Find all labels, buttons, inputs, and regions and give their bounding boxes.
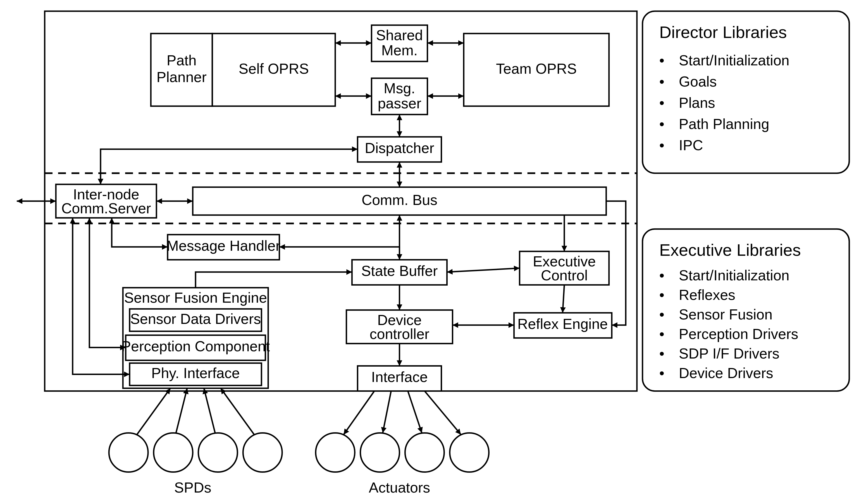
executive-item: Sensor Fusion: [679, 306, 773, 323]
executive-item: SDP I/F Drivers: [679, 345, 779, 362]
svg-text:Sensor Data Drivers: Sensor Data Drivers: [130, 311, 261, 327]
actuator-circle: [360, 433, 399, 472]
svg-line-53: [382, 391, 391, 433]
actuator-circle: [315, 433, 355, 472]
svg-text:Interface: Interface: [371, 369, 428, 385]
svg-text:Reflex Engine: Reflex Engine: [518, 316, 608, 332]
svg-line-52: [344, 391, 374, 435]
director-item: Goals: [679, 74, 717, 90]
spd-circle: [109, 433, 148, 472]
svg-text:Perception Component: Perception Component: [121, 338, 270, 354]
spd-circle: [198, 433, 237, 472]
svg-text:•: •: [659, 267, 664, 283]
svg-text:Comm. Bus: Comm. Bus: [362, 192, 437, 208]
svg-text:•: •: [659, 287, 664, 303]
svg-text:Phy. Interface: Phy. Interface: [151, 365, 240, 381]
actuator-circle: [405, 433, 444, 472]
svg-text:•: •: [659, 95, 664, 111]
director-item: Path Planning: [679, 116, 769, 132]
svg-text:Self OPRS: Self OPRS: [239, 60, 309, 77]
svg-text:Message Handler: Message Handler: [166, 238, 280, 254]
actuator-circle: [450, 433, 489, 472]
svg-text:•: •: [659, 326, 664, 342]
svg-line-59: [221, 388, 254, 435]
diagram-root: Director Libraries •Start/Initialization…: [0, 0, 866, 504]
svg-text:Path: Path: [167, 52, 197, 68]
svg-line-57: [176, 388, 187, 433]
svg-text:State Buffer: State Buffer: [362, 263, 438, 279]
actuators-label: Actuators: [369, 479, 430, 496]
svg-line-56: [137, 388, 170, 435]
spd-circle: [243, 433, 282, 472]
svg-text:Mem.: Mem.: [381, 42, 418, 58]
svg-text:Comm.Server: Comm.Server: [62, 200, 151, 216]
executive-item: Reflexes: [679, 287, 735, 303]
director-item: IPC: [679, 137, 703, 153]
svg-line-58: [204, 388, 215, 433]
svg-text:•: •: [659, 365, 664, 381]
svg-text:passer: passer: [378, 95, 421, 111]
executive-title: Executive Libraries: [659, 241, 801, 259]
svg-text:•: •: [659, 52, 664, 68]
svg-text:Sensor Fusion Engine: Sensor Fusion Engine: [124, 290, 267, 306]
svg-text:Dispatcher: Dispatcher: [365, 140, 434, 156]
svg-text:•: •: [659, 137, 664, 153]
svg-text:Shared: Shared: [376, 27, 423, 43]
svg-line-54: [408, 391, 422, 433]
svg-text:Control: Control: [541, 267, 588, 283]
executive-item: Device Drivers: [679, 365, 773, 381]
executive-item: Start/Initialization: [679, 267, 789, 283]
director-title: Director Libraries: [659, 23, 787, 42]
spds-label: SPDs: [174, 479, 211, 496]
director-item: Start/Initialization: [679, 52, 789, 68]
svg-text:•: •: [659, 74, 664, 90]
svg-text:Planner: Planner: [157, 69, 207, 85]
svg-text:controller: controller: [370, 326, 430, 342]
svg-line-55: [424, 391, 461, 435]
spd-circle: [154, 433, 193, 472]
svg-text:•: •: [659, 116, 664, 132]
svg-text:Msg.: Msg.: [384, 80, 415, 96]
svg-text:•: •: [659, 345, 664, 362]
executive-item: Perception Drivers: [679, 326, 798, 342]
director-item: Plans: [679, 95, 715, 111]
svg-text:Team OPRS: Team OPRS: [496, 60, 577, 77]
svg-text:•: •: [659, 306, 664, 323]
